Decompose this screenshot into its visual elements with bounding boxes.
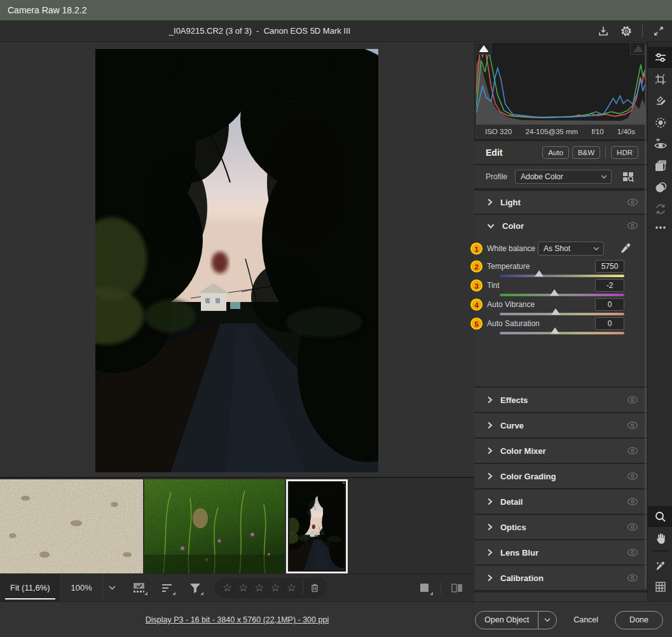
white-balance-eyedropper-icon[interactable]: [619, 242, 632, 255]
star-icon[interactable]: ☆: [238, 582, 248, 593]
delete-icon[interactable]: [310, 582, 320, 593]
zoom-tool-icon[interactable]: [648, 506, 672, 527]
workflow-options-link[interactable]: Display P3 - 16 bit - 3840 x 5760 (22,1M…: [146, 615, 329, 624]
panel-color-grading[interactable]: Color Grading: [474, 464, 647, 488]
star-icon[interactable]: ☆: [254, 582, 264, 593]
vibrance-label: Auto Vibrance: [487, 300, 535, 309]
iso-value: ISO 320: [485, 128, 512, 135]
sync-icon[interactable]: [648, 198, 672, 219]
curve-visibility-eye-icon[interactable]: [627, 421, 638, 429]
saturation-slider-thumb[interactable]: [551, 327, 559, 334]
snapshots-icon[interactable]: [648, 177, 672, 198]
profile-browser-icon[interactable]: [622, 170, 634, 183]
vibrance-value-field[interactable]: 0: [595, 298, 624, 311]
panel-detail[interactable]: Detail: [474, 490, 647, 514]
filmstrip-toolbar: Fit (11,6%) 100%: [0, 573, 474, 601]
red-eye-tool-icon[interactable]: [648, 134, 672, 154]
optics-visibility-eye-icon[interactable]: [627, 523, 638, 531]
temperature-slider-thumb[interactable]: [535, 270, 544, 277]
done-button[interactable]: Done: [615, 611, 663, 629]
image-canvas[interactable]: [0, 42, 474, 477]
more-options-icon[interactable]: [648, 221, 672, 234]
panel-scrollbar[interactable]: [645, 45, 647, 589]
single-view-icon[interactable]: [416, 580, 433, 596]
filter-icon[interactable]: [187, 580, 203, 596]
effects-visibility-eye-icon[interactable]: [627, 396, 638, 404]
crop-tool-icon[interactable]: [648, 69, 672, 90]
step-badge-4: 4: [470, 299, 483, 311]
exif-info: ISO 320 24-105@35 mm f/10 1/40s: [476, 125, 646, 139]
cancel-button[interactable]: Cancel: [573, 615, 598, 624]
status-bar: Display P3 - 16 bit - 3840 x 5760 (22,1M…: [0, 601, 672, 637]
panel-calibration[interactable]: Calibration: [474, 566, 647, 590]
edit-tool-icon[interactable]: [648, 47, 672, 68]
panel-effects[interactable]: Effects: [474, 388, 647, 412]
color-sampler-icon[interactable]: [648, 554, 672, 575]
zoom-100-tab[interactable]: 100%: [61, 574, 103, 601]
thumbnail-3-road-selected[interactable]: [286, 479, 348, 573]
star-icon[interactable]: ☆: [223, 582, 232, 593]
zoom-fit-tab[interactable]: Fit (11,6%): [0, 574, 61, 601]
detail-visibility-eye-icon[interactable]: [627, 498, 638, 505]
sort-order-icon[interactable]: [159, 580, 175, 596]
panel-optics[interactable]: Optics: [474, 515, 647, 539]
vibrance-slider[interactable]: [500, 313, 624, 315]
shutter-value: 1/40s: [617, 128, 635, 135]
main-photo: [95, 49, 378, 472]
highlight-clipping-indicator[interactable]: [630, 43, 645, 55]
step-badge-2: 2: [470, 261, 483, 273]
lens-blur-visibility-eye-icon[interactable]: [627, 549, 638, 556]
presets-icon[interactable]: [648, 155, 672, 176]
filename-title: _I0A9215.CR2 (3 of 3) - Canon EOS 5D Mar…: [0, 26, 519, 36]
auto-button[interactable]: Auto: [542, 146, 569, 159]
star-icon[interactable]: ☆: [287, 582, 296, 593]
panel-color-header[interactable]: Color: [474, 215, 647, 236]
thumbnail-1-gravel[interactable]: [0, 479, 143, 573]
saturation-label: Auto Saturation: [487, 319, 540, 328]
view-divider: [441, 582, 441, 594]
remove-tool-icon[interactable]: [648, 90, 672, 111]
save-image-icon[interactable]: [596, 24, 610, 38]
bw-button[interactable]: B&W: [572, 146, 600, 159]
open-object-dropdown-icon[interactable]: [538, 618, 556, 622]
hdr-button[interactable]: HDR: [611, 146, 638, 159]
shadow-clipping-indicator[interactable]: [476, 43, 491, 55]
before-after-icon[interactable]: [449, 580, 465, 596]
panel-light[interactable]: Light: [474, 191, 647, 214]
filmstrip-view-icon[interactable]: [131, 580, 147, 596]
panel-lens-blur[interactable]: Lens Blur: [474, 540, 647, 565]
profile-dropdown[interactable]: Adobe Color: [515, 170, 612, 184]
panel-color-mixer[interactable]: Color Mixer: [474, 439, 647, 463]
color-mixer-visibility-eye-icon[interactable]: [627, 447, 638, 455]
tint-control: 3 Tint -2: [474, 280, 647, 299]
calibration-visibility-eye-icon[interactable]: [627, 574, 638, 582]
zoom-level-dropdown-icon[interactable]: [103, 574, 122, 601]
tint-slider[interactable]: [500, 294, 624, 296]
histogram[interactable]: [476, 42, 646, 125]
vibrance-slider-thumb[interactable]: [551, 308, 560, 315]
hand-tool-icon[interactable]: [648, 528, 672, 549]
saturation-control: 5 Auto Saturation 0: [474, 318, 647, 337]
profile-label: Profile: [486, 172, 507, 181]
color-visibility-eye-icon[interactable]: [627, 222, 638, 229]
tint-slider-thumb[interactable]: [550, 289, 559, 296]
panel-curve[interactable]: Curve: [474, 413, 647, 437]
open-object-button[interactable]: Open Object: [475, 611, 557, 629]
fullscreen-icon[interactable]: [652, 24, 666, 38]
saturation-slider[interactable]: [500, 332, 624, 334]
grid-overlay-icon[interactable]: [648, 576, 672, 597]
color-grading-visibility-eye-icon[interactable]: [627, 472, 638, 480]
white-balance-dropdown[interactable]: As Shot: [538, 242, 604, 256]
light-visibility-eye-icon[interactable]: [627, 198, 638, 206]
thumbnail-2-grass[interactable]: [144, 479, 285, 573]
temperature-value-field[interactable]: 5750: [595, 260, 624, 273]
aperture-value: f/10: [591, 128, 603, 135]
settings-gear-icon[interactable]: [619, 24, 633, 38]
tool-column: [647, 42, 672, 601]
tint-value-field[interactable]: -2: [595, 279, 624, 292]
temperature-slider[interactable]: [500, 275, 624, 277]
star-icon[interactable]: ☆: [271, 582, 280, 593]
masking-tool-icon[interactable]: [648, 112, 672, 133]
rating-divider: [303, 582, 303, 594]
saturation-value-field[interactable]: 0: [595, 317, 624, 330]
